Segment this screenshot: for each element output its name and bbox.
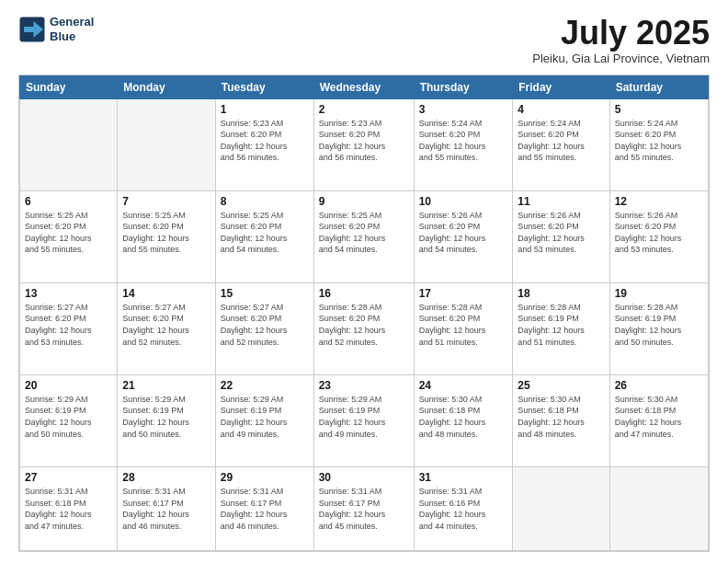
day-cell: 27Sunrise: 5:31 AM Sunset: 6:18 PM Dayli…: [20, 466, 118, 550]
day-cell: 14Sunrise: 5:27 AM Sunset: 6:20 PM Dayli…: [118, 282, 216, 374]
day-cell: 5Sunrise: 5:24 AM Sunset: 6:20 PM Daylig…: [609, 98, 708, 190]
logo: General Blue: [18, 15, 94, 43]
week-row-4: 20Sunrise: 5:29 AM Sunset: 6:19 PM Dayli…: [20, 374, 709, 466]
day-header-saturday: Saturday: [609, 75, 708, 98]
month-title: July 2025: [532, 15, 710, 52]
day-number: 14: [122, 287, 210, 300]
day-cell: [513, 466, 609, 550]
day-info: Sunrise: 5:25 AM Sunset: 6:20 PM Dayligh…: [122, 210, 210, 256]
day-number: 4: [518, 103, 604, 116]
day-number: 20: [25, 379, 112, 392]
day-number: 31: [419, 471, 508, 484]
day-cell: 21Sunrise: 5:29 AM Sunset: 6:19 PM Dayli…: [118, 374, 216, 466]
day-number: 12: [615, 195, 703, 208]
day-cell: 1Sunrise: 5:23 AM Sunset: 6:20 PM Daylig…: [215, 98, 313, 190]
day-number: 27: [25, 471, 112, 484]
day-cell: 6Sunrise: 5:25 AM Sunset: 6:20 PM Daylig…: [20, 190, 118, 282]
day-cell: [609, 466, 708, 550]
day-info: Sunrise: 5:31 AM Sunset: 6:16 PM Dayligh…: [419, 486, 508, 532]
day-info: Sunrise: 5:26 AM Sunset: 6:20 PM Dayligh…: [615, 210, 703, 256]
logo-text: General Blue: [50, 15, 94, 43]
day-number: 28: [122, 471, 210, 484]
day-cell: 20Sunrise: 5:29 AM Sunset: 6:19 PM Dayli…: [20, 374, 118, 466]
day-number: 11: [518, 195, 604, 208]
day-header-wednesday: Wednesday: [313, 75, 414, 98]
day-number: 21: [122, 379, 210, 392]
day-info: Sunrise: 5:28 AM Sunset: 6:19 PM Dayligh…: [615, 302, 703, 348]
day-cell: [118, 98, 216, 190]
day-info: Sunrise: 5:25 AM Sunset: 6:20 PM Dayligh…: [25, 210, 112, 256]
day-number: 5: [615, 103, 703, 116]
day-info: Sunrise: 5:28 AM Sunset: 6:20 PM Dayligh…: [319, 302, 409, 348]
day-header-thursday: Thursday: [414, 75, 513, 98]
day-info: Sunrise: 5:23 AM Sunset: 6:20 PM Dayligh…: [221, 118, 309, 164]
day-header-tuesday: Tuesday: [215, 75, 313, 98]
day-cell: 23Sunrise: 5:29 AM Sunset: 6:19 PM Dayli…: [313, 374, 414, 466]
day-info: Sunrise: 5:24 AM Sunset: 6:20 PM Dayligh…: [518, 118, 604, 164]
day-header-sunday: Sunday: [20, 75, 118, 98]
day-cell: 11Sunrise: 5:26 AM Sunset: 6:20 PM Dayli…: [513, 190, 609, 282]
day-info: Sunrise: 5:23 AM Sunset: 6:20 PM Dayligh…: [319, 118, 409, 164]
calendar: SundayMondayTuesdayWednesdayThursdayFrid…: [18, 75, 710, 552]
day-info: Sunrise: 5:27 AM Sunset: 6:20 PM Dayligh…: [122, 302, 210, 348]
day-number: 2: [319, 103, 409, 116]
day-cell: 29Sunrise: 5:31 AM Sunset: 6:17 PM Dayli…: [215, 466, 313, 550]
day-cell: 13Sunrise: 5:27 AM Sunset: 6:20 PM Dayli…: [20, 282, 118, 374]
header-row: SundayMondayTuesdayWednesdayThursdayFrid…: [20, 75, 709, 98]
day-cell: 4Sunrise: 5:24 AM Sunset: 6:20 PM Daylig…: [513, 98, 609, 190]
day-info: Sunrise: 5:31 AM Sunset: 6:17 PM Dayligh…: [221, 486, 309, 532]
day-info: Sunrise: 5:29 AM Sunset: 6:19 PM Dayligh…: [25, 394, 112, 440]
logo-icon: [18, 16, 46, 43]
day-number: 24: [419, 379, 508, 392]
day-cell: 25Sunrise: 5:30 AM Sunset: 6:18 PM Dayli…: [513, 374, 609, 466]
day-cell: 28Sunrise: 5:31 AM Sunset: 6:17 PM Dayli…: [118, 466, 216, 550]
day-info: Sunrise: 5:28 AM Sunset: 6:20 PM Dayligh…: [419, 302, 508, 348]
day-cell: 24Sunrise: 5:30 AM Sunset: 6:18 PM Dayli…: [414, 374, 513, 466]
day-cell: 18Sunrise: 5:28 AM Sunset: 6:19 PM Dayli…: [513, 282, 609, 374]
day-info: Sunrise: 5:25 AM Sunset: 6:20 PM Dayligh…: [221, 210, 309, 256]
day-cell: 15Sunrise: 5:27 AM Sunset: 6:20 PM Dayli…: [215, 282, 313, 374]
day-number: 10: [419, 195, 508, 208]
day-number: 29: [221, 471, 309, 484]
subtitle: Pleiku, Gia Lai Province, Vietnam: [532, 52, 710, 65]
day-cell: 9Sunrise: 5:25 AM Sunset: 6:20 PM Daylig…: [313, 190, 414, 282]
day-number: 25: [518, 379, 604, 392]
week-row-5: 27Sunrise: 5:31 AM Sunset: 6:18 PM Dayli…: [20, 466, 709, 550]
day-number: 26: [615, 379, 703, 392]
day-cell: 12Sunrise: 5:26 AM Sunset: 6:20 PM Dayli…: [609, 190, 708, 282]
day-number: 17: [419, 287, 508, 300]
header: General Blue July 2025 Pleiku, Gia Lai P…: [18, 15, 710, 65]
day-header-monday: Monday: [118, 75, 216, 98]
day-info: Sunrise: 5:30 AM Sunset: 6:18 PM Dayligh…: [615, 394, 703, 440]
day-info: Sunrise: 5:31 AM Sunset: 6:18 PM Dayligh…: [25, 486, 112, 532]
day-number: 22: [221, 379, 309, 392]
day-cell: 7Sunrise: 5:25 AM Sunset: 6:20 PM Daylig…: [118, 190, 216, 282]
week-row-2: 6Sunrise: 5:25 AM Sunset: 6:20 PM Daylig…: [20, 190, 709, 282]
week-row-3: 13Sunrise: 5:27 AM Sunset: 6:20 PM Dayli…: [20, 282, 709, 374]
day-info: Sunrise: 5:31 AM Sunset: 6:17 PM Dayligh…: [319, 486, 409, 532]
day-cell: 17Sunrise: 5:28 AM Sunset: 6:20 PM Dayli…: [414, 282, 513, 374]
day-number: 8: [221, 195, 309, 208]
day-number: 6: [25, 195, 112, 208]
day-cell: 31Sunrise: 5:31 AM Sunset: 6:16 PM Dayli…: [414, 466, 513, 550]
day-cell: 2Sunrise: 5:23 AM Sunset: 6:20 PM Daylig…: [313, 98, 414, 190]
day-info: Sunrise: 5:29 AM Sunset: 6:19 PM Dayligh…: [319, 394, 409, 440]
title-area: July 2025 Pleiku, Gia Lai Province, Viet…: [532, 15, 710, 65]
day-info: Sunrise: 5:30 AM Sunset: 6:18 PM Dayligh…: [419, 394, 508, 440]
day-number: 9: [319, 195, 409, 208]
day-info: Sunrise: 5:30 AM Sunset: 6:18 PM Dayligh…: [518, 394, 604, 440]
day-cell: 22Sunrise: 5:29 AM Sunset: 6:19 PM Dayli…: [215, 374, 313, 466]
day-cell: 16Sunrise: 5:28 AM Sunset: 6:20 PM Dayli…: [313, 282, 414, 374]
day-number: 3: [419, 103, 508, 116]
day-number: 18: [518, 287, 604, 300]
day-info: Sunrise: 5:26 AM Sunset: 6:20 PM Dayligh…: [419, 210, 508, 256]
day-number: 15: [221, 287, 309, 300]
day-number: 13: [25, 287, 112, 300]
page: General Blue July 2025 Pleiku, Gia Lai P…: [0, 0, 728, 563]
day-info: Sunrise: 5:24 AM Sunset: 6:20 PM Dayligh…: [615, 118, 703, 164]
day-cell: 8Sunrise: 5:25 AM Sunset: 6:20 PM Daylig…: [215, 190, 313, 282]
day-cell: [20, 98, 118, 190]
day-info: Sunrise: 5:31 AM Sunset: 6:17 PM Dayligh…: [122, 486, 210, 532]
day-info: Sunrise: 5:26 AM Sunset: 6:20 PM Dayligh…: [518, 210, 604, 256]
day-info: Sunrise: 5:29 AM Sunset: 6:19 PM Dayligh…: [221, 394, 309, 440]
